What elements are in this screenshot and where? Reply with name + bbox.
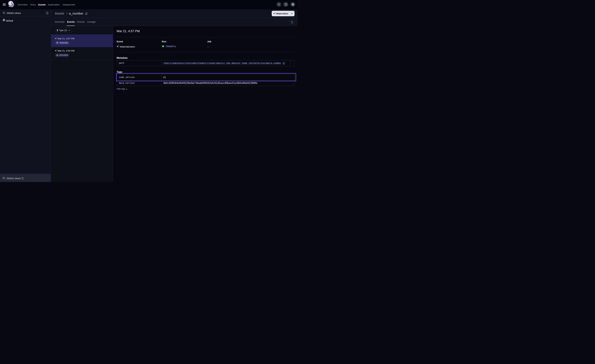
svg-text:?: ? bbox=[285, 4, 286, 5]
